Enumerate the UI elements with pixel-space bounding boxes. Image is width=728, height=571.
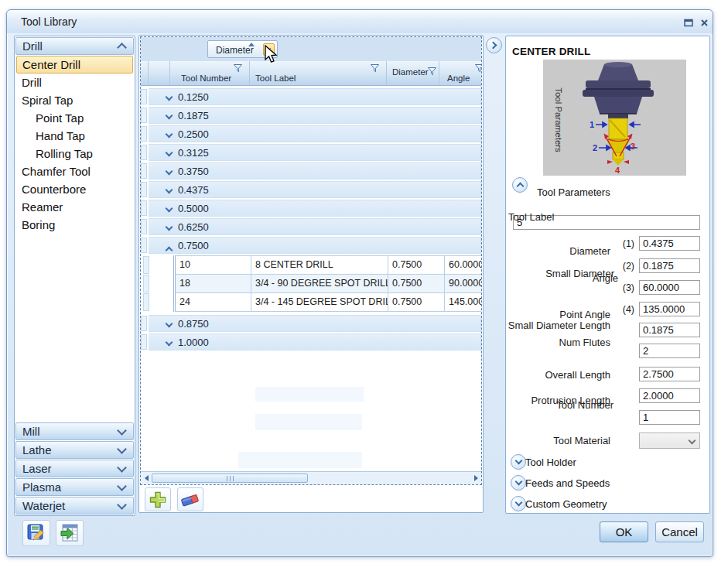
cell-tool-label: 3/4 - 90 DEGREE SPOT DRILL	[251, 275, 388, 292]
group-value: 0.1875	[178, 110, 209, 121]
close-icon	[700, 19, 709, 27]
chevron-down-icon	[166, 94, 173, 101]
column-header-angle[interactable]: Angle	[439, 61, 481, 85]
point-angle-input[interactable]	[639, 302, 700, 316]
group-value: 0.2500	[178, 128, 209, 140]
param-number: (3)	[623, 282, 634, 293]
sidebar-item-boring[interactable]: Boring	[15, 216, 135, 234]
scroll-right-arrow[interactable]	[471, 474, 480, 483]
group-row-expanded[interactable]: 0.7500	[149, 237, 481, 254]
section-header-custom-geometry[interactable]: Custom Geometry	[525, 498, 607, 510]
small-diameter-length-input[interactable]	[639, 323, 700, 337]
delete-tool-button[interactable]	[177, 487, 203, 511]
sidebar-item-rolling-tap[interactable]: Rolling Tap	[15, 145, 135, 162]
group-row[interactable]: 0.5000	[149, 200, 481, 217]
tool-type-title: CENTER DRILL	[512, 46, 590, 57]
cancel-button[interactable]: Cancel	[655, 521, 704, 542]
group-by-zone[interactable]: Diameter ×	[141, 37, 481, 61]
sidebar-item-spiral-tap[interactable]: Spiral Tap	[15, 91, 135, 109]
group-row[interactable]: 0.3125	[149, 144, 481, 161]
export-library-button[interactable]	[56, 520, 84, 546]
tool-material-select[interactable]	[639, 433, 700, 449]
row-indicator	[141, 316, 147, 331]
sidebar-section-laser[interactable]: Laser	[15, 460, 134, 477]
sidebar-item-center-drill[interactable]: Center Drill	[16, 56, 133, 74]
group-value: 0.6250	[178, 221, 209, 233]
sidebar-item-label: Boring	[22, 218, 55, 231]
sidebar-item-label: Chamfer Tool	[22, 165, 91, 178]
cell-angle: 90.0000	[445, 275, 481, 292]
sidebar-section-mill[interactable]: Mill	[15, 422, 134, 440]
sidebar-section-drill[interactable]: Drill	[15, 37, 134, 55]
restore-button[interactable]	[682, 17, 695, 28]
group-value: 1.0000	[178, 337, 209, 348]
tool-holder-expand-button[interactable]	[511, 454, 526, 470]
sidebar-section-lathe[interactable]: Lathe	[15, 441, 134, 459]
sidebar-section-waterjet[interactable]: Waterjet	[15, 497, 134, 515]
grid-rows-area: 0.1250 0.1875 0.2500 0.3125 0.3750 0.437…	[141, 87, 481, 471]
tool-grid-panel: Diameter × Tool Number Tool Label Diamet	[138, 35, 484, 513]
sidebar-item-label: Reamer	[22, 200, 63, 214]
group-row[interactable]: 0.8750	[149, 315, 481, 332]
table-row[interactable]: 10 8 CENTER DRILL 0.7500 60.0000	[176, 255, 481, 274]
group-row[interactable]: 0.1250	[149, 88, 481, 105]
table-row[interactable]: 18 3/4 - 90 DEGREE SPOT DRILL 0.7500 90.…	[176, 274, 481, 292]
column-header-diameter[interactable]: Diameter	[387, 61, 439, 85]
cell-angle: 60.0000	[445, 256, 481, 274]
group-row[interactable]: 0.3750	[149, 162, 481, 180]
sidebar-item-point-tap[interactable]: Point Tap	[15, 109, 135, 127]
group-rows-0.7500: 10 8 CENTER DRILL 0.7500 60.0000 18 3/4 …	[173, 255, 481, 312]
group-row[interactable]: 1.0000	[149, 333, 481, 350]
row-indicator	[141, 89, 147, 104]
group-row[interactable]: 0.1875	[149, 107, 481, 124]
sidebar-item-hand-tap[interactable]: Hand Tap	[15, 127, 135, 145]
sidebar-item-counterbore[interactable]: Counterbore	[15, 180, 135, 198]
scroll-left-arrow[interactable]	[142, 474, 151, 483]
num-flutes-label: Num Flutes	[559, 337, 610, 348]
section-header-feeds-speeds[interactable]: Feeds and Speeds	[525, 477, 610, 489]
filter-icon[interactable]	[370, 63, 380, 74]
group-row[interactable]: 0.2500	[149, 125, 481, 142]
chevron-down-icon	[166, 168, 173, 176]
save-library-button[interactable]	[22, 520, 50, 546]
sidebar-item-chamfer-tool[interactable]: Chamfer Tool	[15, 162, 135, 180]
column-header-tool-number[interactable]: Tool Number	[170, 61, 250, 85]
title-bar[interactable]: Tool Library	[7, 10, 713, 33]
sidebar-item-drill[interactable]: Drill	[15, 74, 135, 91]
diameter-input[interactable]	[639, 236, 700, 251]
cell-tool-number: 10	[176, 256, 251, 274]
tool-number-input[interactable]	[639, 410, 700, 425]
protrusion-length-input[interactable]	[639, 388, 700, 403]
custom-geometry-expand-button[interactable]	[511, 496, 526, 511]
num-flutes-input[interactable]	[639, 344, 700, 358]
svg-text:4: 4	[615, 166, 620, 175]
add-tool-button[interactable]	[145, 487, 171, 511]
filter-icon[interactable]	[233, 63, 243, 74]
cell-diameter: 0.7500	[388, 275, 445, 292]
sidebar-section-label: Lathe	[22, 443, 52, 456]
row-indicator	[141, 200, 147, 216]
chevron-up-icon	[166, 247, 173, 255]
table-row[interactable]: 24 3/4 - 145 DEGREE SPOT DRILL 0.7500 14…	[176, 292, 481, 311]
grid-toolbar	[139, 485, 483, 511]
sidebar-item-reamer[interactable]: Reamer	[15, 198, 135, 216]
group-row[interactable]: 0.4375	[149, 181, 481, 198]
angle-input[interactable]	[639, 280, 700, 295]
delete-tool-icon	[180, 491, 200, 508]
close-button[interactable]	[698, 17, 710, 28]
sidebar-section-label: Mill	[22, 425, 40, 438]
sidebar-section-plasma[interactable]: Plasma	[15, 478, 134, 496]
feeds-speeds-expand-button[interactable]	[511, 475, 526, 491]
section-header-tool-holder[interactable]: Tool Holder	[525, 456, 576, 468]
group-value: 0.3125	[178, 147, 209, 159]
small-diameter-input[interactable]	[639, 258, 700, 273]
horizontal-scrollbar[interactable]	[141, 471, 481, 484]
ok-button[interactable]: OK	[600, 521, 648, 542]
tool-parameters-collapse-button[interactable]	[512, 177, 528, 193]
filter-icon[interactable]	[474, 63, 482, 74]
collapse-details-button[interactable]	[486, 37, 502, 53]
group-row[interactable]: 0.6250	[149, 218, 481, 235]
scrollbar-thumb[interactable]	[152, 474, 308, 483]
overall-length-input[interactable]	[639, 367, 700, 381]
filter-icon[interactable]	[427, 67, 437, 77]
